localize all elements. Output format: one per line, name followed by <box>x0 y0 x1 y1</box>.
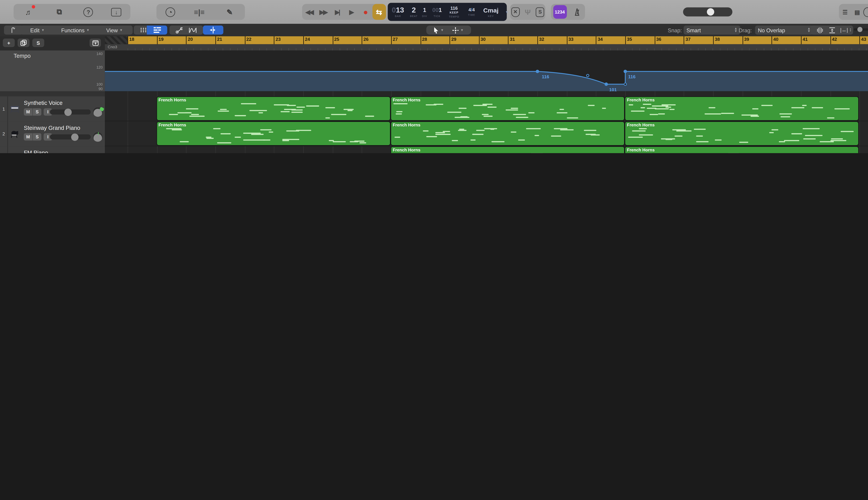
ruler-bar-number[interactable]: 25 <box>332 36 363 44</box>
ruler-bar-number[interactable]: 22 <box>244 36 275 44</box>
tracks-timeline[interactable]: French HornsFrench HornsFrench HornsFren… <box>105 91 868 153</box>
no-input-monitor-icon[interactable]: ✕ <box>511 7 519 17</box>
tempo-automation-lane[interactable]: 116101116 <box>105 50 868 92</box>
solo-button[interactable]: S <box>32 108 41 116</box>
lcd-display[interactable]: 013 BAR 2 BEAT 1 DIV 001 TICK 116 KEEP T… <box>388 3 507 21</box>
ruler-bar-number[interactable]: 29 <box>450 36 480 44</box>
track-name[interactable]: Steinway Grand Piano <box>24 125 80 131</box>
ruler-bar-number[interactable]: 39 <box>742 36 773 44</box>
vertical-zoom-slider[interactable]: ↕ <box>849 26 868 32</box>
master-volume-slider[interactable] <box>683 7 732 16</box>
region[interactable]: French Horns <box>625 147 858 153</box>
play-button[interactable]: ▶ <box>344 4 358 20</box>
bar-ruler[interactable]: 1819202122232425262728293031323334353637… <box>105 36 868 44</box>
ruler-bar-number[interactable]: 34 <box>596 36 626 44</box>
cycle-button[interactable]: ⇆ <box>372 4 386 20</box>
ruler-bar-number[interactable]: 19 <box>157 36 187 44</box>
record-button[interactable]: ● <box>358 4 372 20</box>
smart-controls-icon[interactable]: ◔ <box>165 7 175 17</box>
track-header[interactable]: 3 FM Piano M S I <box>0 146 105 153</box>
midi-note <box>805 135 823 136</box>
pan-knob[interactable] <box>93 132 103 142</box>
tempo-track-header[interactable]: Tempo 140 120 100 90 <box>0 50 105 91</box>
tracks-view-button[interactable] <box>147 25 167 35</box>
ruler-bar-number[interactable]: 42 <box>830 36 860 44</box>
ruler-bar-number[interactable]: 20 <box>186 36 216 44</box>
lcd-bar[interactable]: 013 BAR <box>388 3 408 21</box>
lcd-div[interactable]: 1 DIV <box>420 3 430 21</box>
ruler-bar-number[interactable]: 28 <box>420 36 451 44</box>
ruler-bar-number[interactable]: 24 <box>303 36 334 44</box>
lcd-tempo[interactable]: 116 KEEP TEMPO <box>444 3 464 21</box>
ruler-bar-number[interactable]: 33 <box>567 36 597 44</box>
functions-menu[interactable]: Functions▼ <box>49 25 101 35</box>
list-editors-icon[interactable]: ☰ <box>839 6 851 18</box>
tuner-fork-icon[interactable]: Ψ <box>522 6 534 18</box>
ruler-bar-number[interactable]: 41 <box>801 36 831 44</box>
global-solo-button[interactable]: S <box>32 38 44 47</box>
ruler-bar-number[interactable]: 38 <box>713 36 743 44</box>
ruler-bar-number[interactable]: 36 <box>654 36 685 44</box>
region[interactable]: French Horns <box>391 97 624 120</box>
region[interactable]: French Horns <box>391 122 624 145</box>
ruler-bar-number[interactable]: 21 <box>215 36 246 44</box>
ruler-bar-number[interactable]: 35 <box>625 36 656 44</box>
region[interactable]: French Horns <box>625 97 858 120</box>
track-header-config-button[interactable] <box>90 38 101 47</box>
ruler-bar-number[interactable]: 23 <box>274 36 304 44</box>
toggle-settings-icon[interactable]: ⧉ <box>53 6 66 18</box>
ruler-bar-number[interactable]: 30 <box>479 36 509 44</box>
region[interactable]: French Horns <box>391 147 624 153</box>
volume-slider[interactable] <box>50 109 91 114</box>
media-library-icon[interactable]: ♬ <box>23 6 35 18</box>
region[interactable]: French Horns <box>157 122 390 145</box>
ruler-bar-number[interactable]: 43 <box>859 36 868 44</box>
track-name[interactable]: Synthetic Voice <box>24 100 62 106</box>
solo-button[interactable]: S <box>32 133 41 140</box>
master-volume-thumb[interactable] <box>707 8 714 15</box>
ruler-bar-number[interactable]: 26 <box>362 36 392 44</box>
go-to-end-button[interactable]: ▶| <box>330 4 344 20</box>
ruler-bar-number[interactable]: 40 <box>772 36 802 44</box>
ruler-bar-number[interactable]: 37 <box>684 36 714 44</box>
track-header[interactable]: 2 Steinway Grand Piano M S I <box>0 121 105 147</box>
region[interactable]: French Horns <box>157 97 390 120</box>
forward-button[interactable]: ▶▶ <box>316 4 330 20</box>
note-pads-icon[interactable]: ▤ <box>851 6 863 18</box>
duplicate-track-button[interactable] <box>18 38 30 47</box>
solo-mode-icon[interactable]: S <box>536 7 545 17</box>
lcd-time-signature[interactable]: 4/4 TIME <box>464 3 479 21</box>
drag-dropdown[interactable]: No Overlap▲▼ <box>755 25 813 35</box>
ruler-bar-number[interactable]: 31 <box>508 36 538 44</box>
lcd-tick[interactable]: 001 TICK <box>430 3 444 21</box>
lcd-key[interactable]: Cmaj KEY <box>479 3 502 21</box>
count-in-button[interactable]: 1234 <box>553 5 567 19</box>
mixer-icon[interactable]: ≡|≡ <box>193 6 206 18</box>
midi-draw-button[interactable] <box>182 25 203 35</box>
midi-note <box>471 139 475 141</box>
add-track-button[interactable]: + <box>3 38 15 47</box>
help-icon[interactable]: ? <box>83 7 93 17</box>
pan-knob[interactable] <box>93 107 103 117</box>
loop-browser-icon[interactable] <box>863 7 868 17</box>
region[interactable]: French Horns <box>625 122 858 145</box>
catch-playhead-button[interactable] <box>203 25 224 35</box>
view-menu[interactable]: View▼ <box>96 25 133 35</box>
metronome-icon[interactable] <box>571 6 583 18</box>
lcd-chevron-icon[interactable]: ▼ <box>502 3 511 21</box>
ruler-bar-number[interactable]: 27 <box>391 36 422 44</box>
downloads-icon[interactable]: ↓ <box>111 8 121 16</box>
ruler-bar-number[interactable]: 32 <box>537 36 568 44</box>
track-header[interactable]: 1 Synthetic Voice M S I <box>0 96 105 122</box>
command-click-tool-menu[interactable]: ▼ <box>445 25 471 35</box>
track-name[interactable]: FM Piano <box>24 150 48 153</box>
ruler-bar-number[interactable]: 18 <box>128 36 158 44</box>
lcd-beat[interactable]: 2 BEAT <box>408 3 420 21</box>
rewind-button[interactable]: ◀◀ <box>302 4 316 20</box>
volume-slider[interactable] <box>50 134 91 139</box>
mute-button[interactable]: M <box>24 133 32 140</box>
marker-lane[interactable]: Cno3 <box>105 44 868 51</box>
snap-dropdown[interactable]: Smart▲▼ <box>684 25 740 35</box>
editors-pencil-icon[interactable]: ✎ <box>224 6 236 18</box>
mute-button[interactable]: M <box>24 108 32 116</box>
